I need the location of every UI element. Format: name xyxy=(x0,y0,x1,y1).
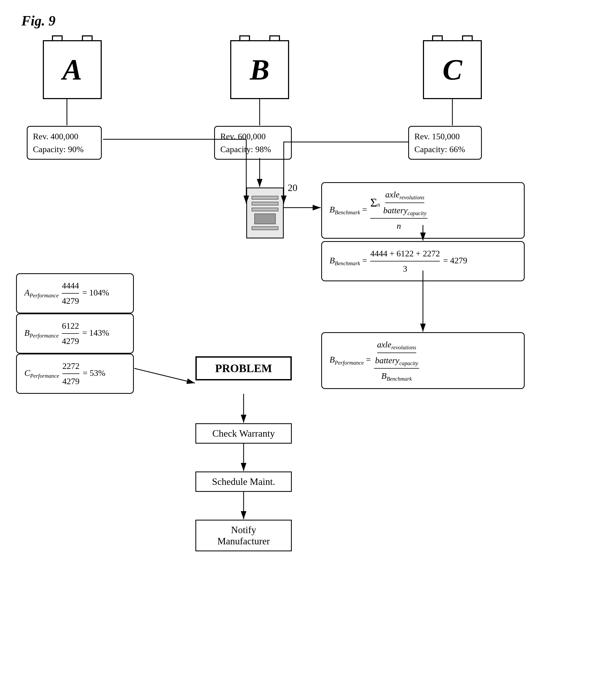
info-box-c: Rev. 150,000 Capacity: 66% xyxy=(408,126,482,160)
b-bench-ref: Benchmark xyxy=(387,376,412,382)
b-perf-label: B xyxy=(330,355,335,364)
notify-manufacturer-box[interactable]: Notify Manufacturer xyxy=(196,520,292,551)
c-perf-label: C xyxy=(24,368,30,378)
battery-b: B xyxy=(230,40,289,99)
perf-inner-frac: axlerevolutions batterycapacity xyxy=(375,338,418,368)
check-warranty-label: Check Warranty xyxy=(212,428,275,439)
b-perf-result: = 143% xyxy=(82,328,109,338)
battery-a-letter: A xyxy=(62,53,82,87)
benchmark-denom: 3 xyxy=(403,261,407,276)
notify-manufacturer-label: Notify Manufacturer xyxy=(217,525,270,547)
a-perf-denom: 4279 xyxy=(62,294,79,308)
info-box-a: Rev. 400,000 Capacity: 90% xyxy=(27,126,102,160)
b-perf-label2: B xyxy=(24,328,30,338)
battery-sub: capacity xyxy=(408,210,426,216)
problem-label: PROBLEM xyxy=(215,362,272,375)
battery-cap-label: batterycapacity xyxy=(375,353,418,368)
c-perf-denom: 4279 xyxy=(62,374,79,388)
terminal-a-left xyxy=(52,35,63,41)
benchmark-fraction-1: Σn axlerevolutions batterycapacity n xyxy=(370,188,427,233)
info-c-line2: Capacity: 66% xyxy=(414,144,465,154)
b-benchmark-label-2: B xyxy=(330,255,335,265)
server-slot-4 xyxy=(254,214,276,224)
battery-cap-sub: capacity xyxy=(399,360,418,366)
b-perf-frac: 6122 4279 xyxy=(62,319,79,348)
a-perf-numer: 4444 xyxy=(62,279,79,294)
axle-over-battery: axlerevolutions batterycapacity xyxy=(383,188,426,218)
c-perf-result: = 53% xyxy=(83,368,105,378)
info-a-line2: Capacity: 90% xyxy=(33,144,83,154)
server xyxy=(246,188,284,239)
terminal-b-left xyxy=(239,35,250,41)
c-perf-frac: 2272 4279 xyxy=(62,359,79,388)
problem-box: PROBLEM xyxy=(196,356,292,380)
terminal-c-right xyxy=(462,35,473,41)
n-denom: n xyxy=(397,219,401,233)
c-perf-sub: Performance xyxy=(30,373,59,379)
terminal-b-right xyxy=(269,35,280,41)
b-perf-denom: 4279 xyxy=(62,334,79,348)
axle-sub: revolutions xyxy=(400,194,424,200)
perf-equals: = xyxy=(366,355,373,364)
performance-formula: BPerformance = axlerevolutions batteryca… xyxy=(321,332,525,389)
sum-symbol: Σ xyxy=(370,196,377,209)
perf-denom: BBenchmark xyxy=(382,369,412,383)
axle-rev-sub: revolutions xyxy=(391,344,416,350)
equals-2: = xyxy=(362,255,369,265)
benchmark-formula-2: BBenchmark = 4444 + 6122 + 2272 3 = 4279 xyxy=(321,241,525,281)
b-benchmark-label-1: B xyxy=(330,205,335,214)
a-perf-frac: 4444 4279 xyxy=(62,279,79,308)
schedule-maint-box[interactable]: Schedule Maint. xyxy=(196,472,292,492)
info-b-line1: Rev. 600,000 xyxy=(220,131,265,141)
performance-a-box: APerformance 4444 4279 = 104% xyxy=(16,273,134,314)
b-perf-sub: Performance xyxy=(335,359,364,366)
b-benchmark-sub-2: Benchmark xyxy=(335,260,360,266)
performance-b-box: BPerformance 6122 4279 = 143% xyxy=(16,314,134,354)
svg-line-9 xyxy=(134,368,195,383)
info-box-b: Rev. 600,000 Capacity: 98% xyxy=(214,126,292,160)
server-slot-3 xyxy=(252,208,278,211)
a-perf-label: A xyxy=(24,288,30,297)
battery-c: C xyxy=(423,40,482,99)
benchmark-result: = 4279 xyxy=(443,255,467,265)
figure-label: Fig. 9 xyxy=(21,13,55,29)
benchmark-formula-1: BBenchmark = Σn axlerevolutions batteryc… xyxy=(321,182,525,239)
equals-1: = xyxy=(362,205,369,214)
c-perf-numer: 2272 xyxy=(62,359,79,374)
a-perf-sub: Performance xyxy=(30,292,59,298)
server-slot-1 xyxy=(252,196,278,200)
battery-a: A xyxy=(43,40,102,99)
terminal-a-right xyxy=(82,35,93,41)
battery-c-letter: C xyxy=(442,53,462,87)
schedule-maint-label: Schedule Maint. xyxy=(212,476,275,487)
b-perf-sub2: Performance xyxy=(30,332,59,339)
axle-numer: axlerevolutions xyxy=(385,188,424,203)
server-slot-2 xyxy=(252,202,278,205)
server-slot-5 xyxy=(252,226,278,230)
check-warranty-box[interactable]: Check Warranty xyxy=(196,423,292,444)
performance-c-box: CPerformance 2272 4279 = 53% xyxy=(16,354,134,394)
b-perf-numer: 6122 xyxy=(62,319,79,334)
perf-fraction: axlerevolutions batterycapacity BBenchma… xyxy=(374,338,419,383)
a-perf-result: = 104% xyxy=(82,288,109,297)
b-benchmark-sub-1: Benchmark xyxy=(335,209,360,216)
benchmark-fraction-2: 4444 + 6122 + 2272 3 xyxy=(370,247,440,276)
battery-denom: batterycapacity xyxy=(383,203,426,218)
battery-b-letter: B xyxy=(250,53,269,87)
terminal-c-left xyxy=(432,35,443,41)
info-a-line1: Rev. 400,000 xyxy=(33,131,78,141)
info-b-line2: Capacity: 98% xyxy=(220,144,271,154)
benchmark-numer: 4444 + 6122 + 2272 xyxy=(370,247,440,261)
server-label: 20 xyxy=(288,182,297,194)
info-c-line1: Rev. 150,000 xyxy=(414,131,460,141)
perf-numer: axlerevolutions batterycapacity xyxy=(374,338,419,369)
axle-rev-label: axlerevolutions xyxy=(377,338,416,353)
sum-sub-n: n xyxy=(377,201,380,208)
